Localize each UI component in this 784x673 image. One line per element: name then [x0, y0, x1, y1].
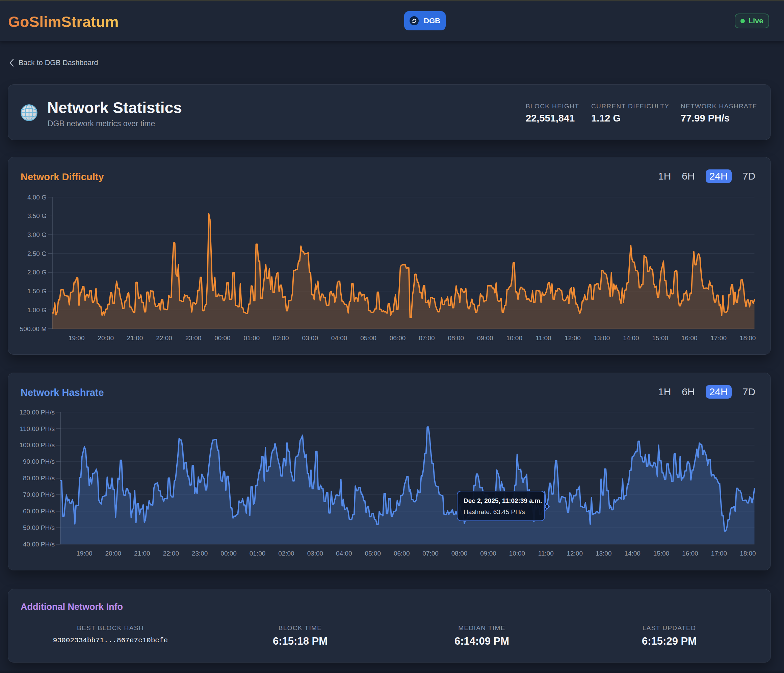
- svg-text:06:00: 06:00: [394, 550, 410, 557]
- svg-text:110.00 PH/s: 110.00 PH/s: [20, 425, 55, 432]
- svg-text:01:00: 01:00: [249, 550, 266, 557]
- svg-text:17:00: 17:00: [711, 550, 727, 557]
- svg-text:22:00: 22:00: [163, 550, 179, 557]
- svg-text:03:00: 03:00: [307, 550, 324, 557]
- svg-text:21:00: 21:00: [134, 550, 150, 557]
- svg-text:40.00 PH/s: 40.00 PH/s: [23, 541, 55, 548]
- svg-text:07:00: 07:00: [422, 550, 439, 557]
- svg-text:60.00 PH/s: 60.00 PH/s: [23, 508, 55, 515]
- svg-text:09:00: 09:00: [480, 550, 496, 557]
- svg-text:00:00: 00:00: [221, 550, 237, 557]
- svg-text:18:00: 18:00: [740, 550, 756, 557]
- svg-text:14:00: 14:00: [624, 550, 641, 557]
- svg-text:16:00: 16:00: [682, 550, 698, 557]
- svg-text:04:00: 04:00: [336, 550, 352, 557]
- svg-text:100.00 PH/s: 100.00 PH/s: [19, 441, 55, 449]
- svg-text:05:00: 05:00: [365, 550, 381, 557]
- svg-text:02:00: 02:00: [278, 550, 294, 557]
- svg-text:11:00: 11:00: [538, 550, 554, 557]
- svg-text:08:00: 08:00: [451, 550, 468, 557]
- svg-text:10:00: 10:00: [509, 550, 525, 557]
- svg-text:13:00: 13:00: [596, 550, 612, 557]
- svg-text:120.00 PH/s: 120.00 PH/s: [19, 409, 55, 416]
- svg-text:19:00: 19:00: [76, 550, 92, 557]
- svg-text:12:00: 12:00: [567, 550, 583, 557]
- svg-text:80.00 PH/s: 80.00 PH/s: [23, 474, 55, 482]
- svg-text:50.00 PH/s: 50.00 PH/s: [23, 524, 55, 531]
- svg-text:23:00: 23:00: [192, 550, 208, 557]
- svg-text:20:00: 20:00: [105, 550, 121, 557]
- svg-text:70.00 PH/s: 70.00 PH/s: [23, 491, 55, 498]
- svg-text:15:00: 15:00: [653, 550, 669, 557]
- svg-text:90.00 PH/s: 90.00 PH/s: [23, 458, 55, 465]
